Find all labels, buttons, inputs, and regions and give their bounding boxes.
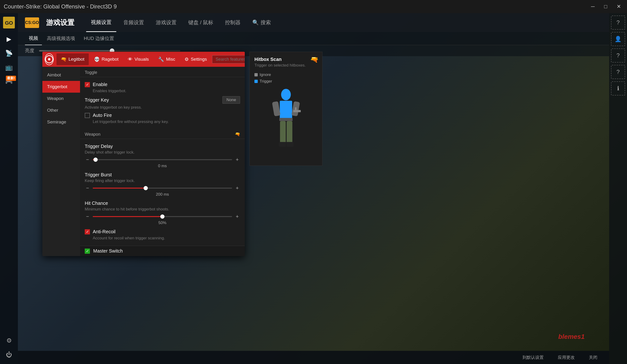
menu-item-other[interactable]: Other: [42, 104, 80, 116]
enable-checkbox[interactable]: ✓: [85, 82, 90, 87]
weapon-section-content: Trigger Delay Delay shot after trigger l…: [80, 141, 245, 246]
auto-fire-label: Auto Fire: [93, 113, 112, 118]
cheat-logo-inner: [45, 55, 53, 63]
trigger-key-button[interactable]: None: [222, 96, 240, 104]
mystery-button-1[interactable]: ?: [611, 48, 625, 63]
sidebar-tv-button[interactable]: 📺: [0, 60, 18, 74]
misc-icon: 🔧: [158, 56, 164, 62]
trigger-burst-track[interactable]: [93, 188, 232, 188]
sub-tab-advanced[interactable]: 高级视频选项: [43, 32, 79, 45]
hit-chance-minus[interactable]: −: [85, 214, 90, 220]
window-controls: ─ □ ✕: [589, 2, 623, 11]
hitbox-gun-icon: 🔫: [310, 56, 318, 63]
hit-chance-track[interactable]: [93, 216, 232, 217]
sub-tab-hud[interactable]: HUD 边缘位置: [80, 32, 118, 45]
trigger-burst-plus[interactable]: +: [234, 185, 240, 191]
cheat-tab-visuals[interactable]: 👁 Visuals: [124, 53, 153, 65]
hit-chance-thumb[interactable]: [160, 215, 164, 219]
trigger-burst-fill: [93, 188, 146, 188]
nav-tab-controller[interactable]: 控制器: [220, 13, 245, 32]
trigger-key-row: Trigger Key None: [85, 96, 240, 104]
trigger-delay-plus[interactable]: +: [234, 157, 240, 163]
toggle-section-content: ✓ Enable Enables triggerbot. Trigger Key…: [80, 80, 245, 129]
sub-tab-video[interactable]: 视频: [25, 32, 42, 45]
anti-recoil-row: ✓ Anti-Recoil: [85, 229, 240, 234]
svg-point-2: [281, 89, 291, 100]
master-switch-bar: ✓ Master Switch: [80, 246, 245, 256]
info-button[interactable]: ℹ: [611, 81, 625, 95]
sidebar-play-button[interactable]: ▶: [0, 32, 18, 46]
nav-search[interactable]: 🔍 搜索: [252, 19, 271, 26]
anti-recoil-checkbox[interactable]: ✓: [85, 229, 90, 234]
master-switch-checkmark: ✓: [86, 249, 89, 253]
trigger-dot: [255, 80, 258, 83]
nav-logo: CS:GO: [25, 17, 39, 28]
nav-tab-keyboard[interactable]: 键盘 / 鼠标: [184, 13, 218, 32]
nav-tab-audio[interactable]: 音频设置: [119, 13, 149, 32]
legend-ignore: Ignore: [255, 72, 317, 77]
legend-trigger: Trigger: [255, 79, 317, 84]
weapon-gun-icon: 🔫: [235, 132, 240, 137]
trigger-burst-thumb[interactable]: [144, 186, 148, 190]
right-sidebar: ? 👤 ? ? ℹ: [609, 13, 627, 364]
mystery-button-2[interactable]: ?: [611, 65, 625, 79]
trigger-key-label: Trigger Key: [85, 97, 109, 103]
settings-label: Settings: [191, 57, 207, 62]
trigger-burst-minus[interactable]: −: [85, 185, 90, 191]
hit-chance-title: Hit Chance: [85, 201, 240, 206]
close-button[interactable]: ✕: [614, 2, 623, 11]
cheat-tab-legitbot[interactable]: 🔫 Legitbot: [56, 53, 89, 65]
hitbox-title: Hitbox Scan: [255, 57, 317, 62]
help-button[interactable]: ?: [611, 15, 625, 30]
cheat-tab-ragebot[interactable]: 💀 Ragebot: [90, 53, 123, 65]
svg-rect-3: [280, 101, 292, 118]
page-title: 游戏设置: [46, 18, 74, 28]
trigger-delay-minus[interactable]: −: [85, 157, 90, 163]
sidebar-broadcast-button[interactable]: 📡: [0, 46, 18, 60]
menu-item-semirage[interactable]: Semirage: [42, 116, 80, 128]
cheat-tab-settings[interactable]: ⚙ Settings: [180, 53, 211, 65]
profile-button[interactable]: 👤: [611, 32, 625, 46]
svg-rect-9: [279, 142, 286, 147]
master-switch-checkbox[interactable]: ✓: [85, 249, 90, 254]
hit-chance-desc: Minimum chance to hit before triggerbot …: [85, 207, 240, 212]
cheat-body: Aimbot Triggerbot Weapon Other Semirage …: [42, 67, 245, 256]
apply-changes-button[interactable]: 应用更改: [553, 353, 579, 362]
hitbox-subtitle: Trigger on selected hitboxes.: [255, 63, 317, 68]
maximize-button[interactable]: □: [602, 2, 610, 11]
svg-rect-4: [272, 101, 280, 116]
sidebar-power-button[interactable]: ⏻: [0, 348, 18, 362]
svg-rect-7: [280, 121, 286, 143]
cheat-logo-dot: [48, 58, 50, 60]
cheat-tab-misc[interactable]: 🔧 Misc: [154, 53, 179, 65]
trigger-delay-title: Trigger Delay: [85, 144, 240, 149]
menu-item-triggerbot[interactable]: Triggerbot: [42, 81, 80, 93]
nav-tab-video[interactable]: 视频设置: [86, 13, 116, 32]
menu-item-aimbot[interactable]: Aimbot: [42, 69, 80, 81]
trigger-delay-desc: Delay shot after trigger lock.: [85, 150, 240, 155]
close-settings-button[interactable]: 关闭: [584, 353, 602, 362]
enable-desc: Enables triggerbot.: [93, 89, 240, 93]
menu-item-weapon[interactable]: Weapon: [42, 93, 80, 104]
auto-fire-checkbox[interactable]: [85, 113, 90, 118]
trigger-delay-track[interactable]: [93, 159, 232, 160]
svg-rect-6: [279, 118, 293, 121]
ignore-label: Ignore: [260, 72, 271, 77]
bottom-bar: 到默认设置 应用更改 关闭: [18, 351, 609, 364]
brightness-slider[interactable]: [39, 50, 180, 51]
sidebar-settings-button[interactable]: ⚙: [0, 333, 18, 348]
cheat-left-menu: Aimbot Triggerbot Weapon Other Semirage: [42, 67, 80, 256]
hit-chance-value: 50%: [85, 221, 240, 225]
brightness-fill: [39, 50, 110, 51]
nav-tab-game[interactable]: 游戏设置: [151, 13, 181, 32]
settings-icon: ⚙: [185, 56, 189, 62]
trigger-delay-value: 0 ms: [85, 164, 240, 168]
cheat-search-input[interactable]: [212, 55, 245, 63]
reset-defaults-button[interactable]: 到默认设置: [518, 353, 548, 362]
trigger-delay-thumb[interactable]: [94, 158, 98, 162]
cheat-logo: [45, 53, 54, 65]
minimize-button[interactable]: ─: [589, 2, 597, 11]
hit-chance-plus[interactable]: +: [234, 214, 240, 220]
svg-text:GO: GO: [5, 20, 13, 26]
cheat-nav: 🔫 Legitbot 💀 Ragebot 👁 Visuals 🔧 Misc ⚙ …: [42, 52, 245, 67]
